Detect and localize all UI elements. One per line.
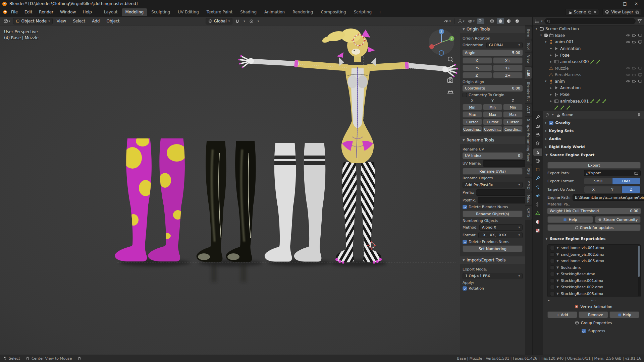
align-cursor-y-button[interactable]: Cursor xyxy=(483,119,502,125)
outliner-row-muzzle[interactable]: Muzzle xyxy=(533,65,644,72)
section-source-engine-exportables[interactable]: ▼Source Engine Exportables xyxy=(543,235,644,243)
align-coordinate-y-button[interactable]: Coordin... xyxy=(483,126,502,132)
expand-icon[interactable]: ▼ xyxy=(556,286,559,289)
outliner-row-renaharness[interactable]: RenaHarness xyxy=(533,72,644,78)
drag-handle[interactable]: ···· xyxy=(591,298,596,303)
disclosure-icon[interactable]: ▾ xyxy=(544,80,547,83)
workspace-tab-texture-paint[interactable]: Texture Paint xyxy=(203,8,236,16)
rename-objects-button[interactable]: Rename Object(s) xyxy=(463,210,523,217)
item-checkbox[interactable] xyxy=(550,292,554,296)
gravity-checkbox[interactable] xyxy=(549,121,553,125)
tab-world[interactable] xyxy=(533,157,542,165)
shading-wireframe-button[interactable] xyxy=(488,18,496,24)
angle-slider[interactable]: Angle5.00 xyxy=(463,50,523,56)
expand-icon[interactable]: ▼ xyxy=(556,246,559,249)
snap-toggle[interactable] xyxy=(234,18,241,24)
geometry-to-origin-checkbox[interactable]: Geometry To Origin xyxy=(463,93,523,97)
help-button[interactable]: Help xyxy=(547,216,593,223)
visibility-dropdown[interactable]: ▾ xyxy=(443,18,452,24)
snap-dropdown[interactable]: ▾ xyxy=(242,19,247,23)
outliner-row-anim[interactable]: ▾ anim xyxy=(533,78,644,85)
section-gravity[interactable]: ▸Gravity xyxy=(543,119,644,127)
disclosure-icon[interactable]: ▸ xyxy=(549,47,553,50)
scrollbar-thumb[interactable] xyxy=(638,246,640,277)
ntab-cats[interactable]: CATS xyxy=(525,206,532,220)
prepost-mode-select[interactable]: Add Pre/Postfix▾ xyxy=(463,182,523,188)
tab-material[interactable] xyxy=(533,218,542,226)
tab-tool[interactable] xyxy=(533,114,542,121)
viewport-menu-select[interactable]: Select xyxy=(70,18,88,24)
collection-checkbox[interactable] xyxy=(544,34,548,37)
export-path-field[interactable]: //Export xyxy=(584,170,641,176)
expand-icon[interactable]: ▸ xyxy=(548,299,550,302)
list-item[interactable]: ▼StockingBase.001.dmx xyxy=(548,278,640,284)
rotate-z-minus-button[interactable]: Z- xyxy=(463,72,492,78)
chevron-down-icon[interactable]: ▾ xyxy=(541,20,543,23)
section-keying-sets[interactable]: ▸Keying Sets xyxy=(543,127,644,135)
workspace-tab-sculpting[interactable]: Sculpting xyxy=(148,8,174,16)
rename-uv-button[interactable]: Rename UV(s) xyxy=(463,168,523,175)
coordinate-slider[interactable]: Coordinate0.00 xyxy=(463,85,523,92)
align-coordinate-z-button[interactable]: Coordin... xyxy=(503,126,523,132)
ntab-view[interactable]: View xyxy=(525,53,532,66)
disclosure-icon[interactable]: ▸ xyxy=(549,100,553,103)
workspace-tab-compositing[interactable]: Compositing xyxy=(317,8,350,16)
vertex-help-button[interactable]: Help xyxy=(609,311,639,318)
tab-physics[interactable] xyxy=(533,192,542,199)
item-checkbox[interactable] xyxy=(550,279,554,283)
align-coordinate-x-button[interactable]: Coordina.. xyxy=(463,126,482,132)
material-path-subpanel[interactable]: Material Pa.. xyxy=(547,202,570,206)
suppress-checkbox[interactable] xyxy=(582,329,586,333)
list-item[interactable]: ▼smd_bone_vis.005.dmx xyxy=(548,258,640,264)
viewport-menu-add[interactable]: Add xyxy=(89,18,102,24)
tab-constraints[interactable] xyxy=(533,201,542,208)
format-select[interactable]: _X, _XX, _XXX▾ xyxy=(478,232,523,238)
section-source-engine-export[interactable]: ▼Source Engine Export xyxy=(543,151,644,159)
list-item[interactable]: ▼StockingBase.002.dmx xyxy=(548,284,640,291)
ntab-xps[interactable]: XPS xyxy=(525,165,532,177)
tab-output[interactable] xyxy=(533,131,542,138)
align-min-y-button[interactable]: Min xyxy=(483,104,502,110)
search-input[interactable] xyxy=(552,19,633,23)
tab-object[interactable] xyxy=(533,166,542,173)
outliner-row-anim001[interactable]: ▾ anim.001 xyxy=(533,39,644,46)
orientation-select[interactable]: GLOBAL▾ xyxy=(486,42,523,48)
unlink-scene-icon[interactable]: × xyxy=(593,10,597,14)
row-visibility-icons[interactable] xyxy=(626,40,642,44)
tab-modifiers[interactable] xyxy=(533,175,542,182)
rotate-x-plus-button[interactable]: X+ xyxy=(493,57,523,64)
proportional-falloff-dropdown[interactable]: ▾ xyxy=(256,19,261,23)
workspace-tab-uv-editing[interactable]: UV Editing xyxy=(174,8,203,16)
align-min-z-button[interactable]: Min xyxy=(503,104,523,110)
add-button[interactable]: +Add xyxy=(547,311,577,318)
expand-icon[interactable]: ▼ xyxy=(556,266,559,269)
align-max-y-button[interactable]: Max xyxy=(483,111,502,118)
item-checkbox[interactable] xyxy=(550,252,554,257)
remove-button[interactable]: −Remove xyxy=(579,311,608,318)
outliner-row-animbase001[interactable]: ▸ animbase.001 xyxy=(533,98,644,105)
outliner-row-pose[interactable]: ▸ Pose xyxy=(533,52,644,59)
weight-link-slider[interactable]: Weight Link Cull Threshold0.00 xyxy=(547,208,641,214)
menu-window[interactable]: Window xyxy=(57,9,79,15)
viewport-menu-object[interactable]: Object xyxy=(104,18,122,24)
prefix-field[interactable] xyxy=(476,189,525,196)
tab-view-layer[interactable] xyxy=(533,140,542,147)
outliner-search[interactable] xyxy=(544,18,636,24)
disclosure-icon[interactable]: ▾ xyxy=(539,34,543,37)
outliner-row-animbase000[interactable]: ▸ animbase.000 xyxy=(533,58,644,65)
properties-editor-icon[interactable] xyxy=(545,113,550,117)
menu-file[interactable]: File xyxy=(8,9,21,15)
delete-previous-nums-checkbox[interactable]: Delete Previous Nums xyxy=(463,240,523,244)
outliner-row-pose2[interactable]: ▸ Pose xyxy=(533,91,644,98)
expand-icon[interactable]: ▼ xyxy=(556,259,559,262)
menu-render[interactable]: Render xyxy=(36,9,56,15)
align-cursor-x-button[interactable]: Cursor xyxy=(463,119,482,125)
suppress-checkbox-row[interactable]: Suppress xyxy=(543,327,644,335)
item-checkbox[interactable] xyxy=(550,259,554,263)
ntab-tool[interactable]: Tool xyxy=(525,40,532,52)
viewport-canvas[interactable]: Z Y xyxy=(0,25,532,355)
panel-origin-tools[interactable]: ▼Origin Tools xyxy=(460,25,525,33)
list-item[interactable]: ▼smd_bone_vis.002.dmx xyxy=(548,251,640,258)
disclosure-icon[interactable]: ▸ xyxy=(549,60,553,63)
editor-type-button[interactable]: ▾ xyxy=(2,18,12,24)
